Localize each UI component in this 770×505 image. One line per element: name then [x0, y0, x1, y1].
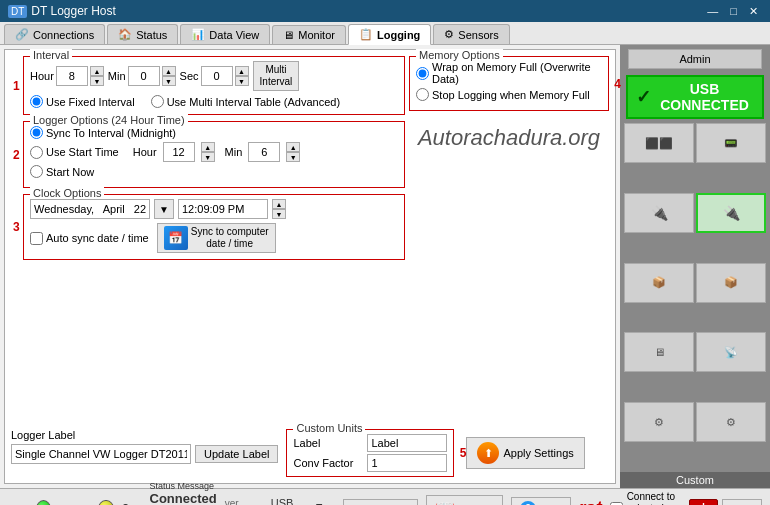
wrap-memory-row: Wrap on Memory Full (Overwrite Data): [416, 61, 602, 85]
start-min-up-button[interactable]: ▲: [286, 142, 300, 152]
device-thumb-7[interactable]: 🖥: [624, 332, 694, 372]
time-input[interactable]: [178, 199, 268, 219]
bottom-buttons: ⏻ Exit: [689, 499, 762, 506]
start-min-spin-buttons: ▲ ▼: [286, 142, 300, 162]
auto-sync-label[interactable]: Auto sync date / time: [30, 232, 149, 245]
tab-status[interactable]: 🏠 Status: [107, 24, 178, 44]
tab-logging[interactable]: 📋 Logging: [348, 24, 431, 45]
tab-monitor[interactable]: 🖥 Monitor: [272, 25, 346, 44]
cu-conv-input[interactable]: [367, 454, 447, 472]
start-hour-down-button[interactable]: ▼: [201, 152, 215, 162]
section-number-3: 3: [13, 220, 20, 234]
admin-button[interactable]: Admin: [628, 49, 762, 69]
usb-connected-badge: ✓ USB CONNECTED: [626, 75, 764, 119]
section-number-5: 5: [460, 446, 467, 460]
start-now-row: Start Now: [30, 165, 398, 178]
reconnect-button[interactable]: Reconnect: [343, 499, 418, 506]
sync-icon: 📅: [164, 226, 188, 250]
use-start-time-radio-label[interactable]: Use Start Time: [30, 146, 119, 159]
tab-data-view[interactable]: 📊 Data View: [180, 24, 270, 44]
update-label-button[interactable]: Update Label: [195, 445, 278, 463]
usb-port-section: USB Port # 5: [271, 497, 336, 506]
sec-spinner: Sec ▲ ▼: [180, 66, 249, 86]
date-picker-button[interactable]: ▼: [154, 199, 174, 219]
multi-interval-radio[interactable]: [151, 95, 164, 108]
hour-down-button[interactable]: ▼: [90, 76, 104, 86]
device-thumb-4[interactable]: 🔌: [696, 193, 766, 233]
fixed-interval-radio-label[interactable]: Use Fixed Interval: [30, 95, 135, 108]
tab-sensors[interactable]: ⚙ Sensors: [433, 24, 509, 44]
start-min-down-button[interactable]: ▼: [286, 152, 300, 162]
sync-computer-button[interactable]: 📅 Sync to computerdate / time: [157, 223, 276, 253]
device-thumb-1[interactable]: ⬛⬛: [624, 123, 694, 163]
connect-only-label: Connect to selected device only: [627, 491, 681, 506]
hour-input[interactable]: [56, 66, 88, 86]
device-thumb-3[interactable]: 🔌: [624, 193, 694, 233]
device-thumb-5[interactable]: 📦: [624, 263, 694, 303]
sec-label: Sec: [180, 70, 199, 82]
min-input[interactable]: [128, 66, 160, 86]
rst-logo: rst: [579, 498, 602, 505]
date-input[interactable]: [30, 199, 150, 219]
fixed-interval-radio[interactable]: [30, 95, 43, 108]
logger-label-input[interactable]: [11, 444, 191, 464]
device-thumb-2[interactable]: 📟: [696, 123, 766, 163]
start-now-radio-label[interactable]: Start Now: [30, 165, 94, 178]
tab-connections[interactable]: 🔗 Connections: [4, 24, 105, 44]
start-min-label: Min: [225, 146, 243, 158]
status-icon: 🏠: [118, 28, 132, 41]
section-number-1: 1: [13, 79, 20, 93]
min-label: Min: [108, 70, 126, 82]
power-button[interactable]: ⏻: [689, 499, 718, 506]
min-down-button[interactable]: ▼: [162, 76, 176, 86]
device-thumb-10[interactable]: ⚙: [696, 402, 766, 442]
start-hour-up-button[interactable]: ▲: [201, 142, 215, 152]
sec-input[interactable]: [201, 66, 233, 86]
multi-interval-radio-label[interactable]: Use Multi Interval Table (Advanced): [151, 95, 340, 108]
interval-controls-row: Hour ▲ ▼ Min: [30, 61, 398, 91]
close-button[interactable]: ✕: [745, 5, 762, 18]
min-up-button[interactable]: ▲: [162, 66, 176, 76]
logger-options-label: Logger Options (24 Hour Time): [30, 114, 188, 126]
stop-logging-radio[interactable]: [416, 88, 429, 101]
manual-button[interactable]: 📖 Manual: [426, 495, 503, 505]
sync-interval-radio[interactable]: [30, 126, 43, 139]
sync-interval-radio-label[interactable]: Sync To Interval (Midnight): [30, 126, 176, 139]
apply-settings-button[interactable]: ⬆ Apply Settings: [466, 437, 584, 469]
title-bar-controls: — □ ✕: [703, 5, 762, 18]
device-icon-8: 📡: [724, 346, 738, 359]
start-hour-input[interactable]: [163, 142, 195, 162]
time-up-button[interactable]: ▲: [272, 199, 286, 209]
stop-logging-row: Stop Logging when Memory Full: [416, 88, 602, 101]
wrap-memory-radio-label[interactable]: Wrap on Memory Full (Overwrite Data): [416, 61, 602, 85]
wrap-memory-radio[interactable]: [416, 67, 429, 80]
device-icon-10: ⚙: [726, 416, 736, 429]
connections-icon: 🔗: [15, 28, 29, 41]
help-button[interactable]: ? Help: [511, 497, 571, 506]
maximize-button[interactable]: □: [726, 5, 741, 18]
memory-options-label: Memory Options: [416, 49, 503, 61]
exit-button[interactable]: Exit: [722, 499, 762, 506]
device-icon-3: 🔌: [651, 205, 668, 221]
sync-interval-row: Sync To Interval (Midnight): [30, 126, 398, 139]
sync-btn-label: Sync to computerdate / time: [191, 226, 269, 250]
start-hour-spin-buttons: ▲ ▼: [201, 142, 215, 162]
device-thumb-6[interactable]: 📦: [696, 263, 766, 303]
device-thumb-9[interactable]: ⚙: [624, 402, 694, 442]
cu-label-input[interactable]: [367, 434, 447, 452]
auto-sync-checkbox[interactable]: [30, 232, 43, 245]
device-thumb-8[interactable]: 📡: [696, 332, 766, 372]
device-icon-7: 🖥: [654, 346, 665, 358]
device-icon-2: 📟: [724, 137, 738, 150]
sec-down-button[interactable]: ▼: [235, 76, 249, 86]
multi-interval-button[interactable]: MultiInterval: [253, 61, 300, 91]
sec-up-button[interactable]: ▲: [235, 66, 249, 76]
start-now-radio[interactable]: [30, 165, 43, 178]
minimize-button[interactable]: —: [703, 5, 722, 18]
hour-up-button[interactable]: ▲: [90, 66, 104, 76]
status-message-area: Status Message Connected to DT2011B: [150, 481, 217, 505]
time-down-button[interactable]: ▼: [272, 209, 286, 219]
start-min-input[interactable]: [248, 142, 280, 162]
use-start-time-radio[interactable]: [30, 146, 43, 159]
stop-logging-radio-label[interactable]: Stop Logging when Memory Full: [416, 88, 590, 101]
